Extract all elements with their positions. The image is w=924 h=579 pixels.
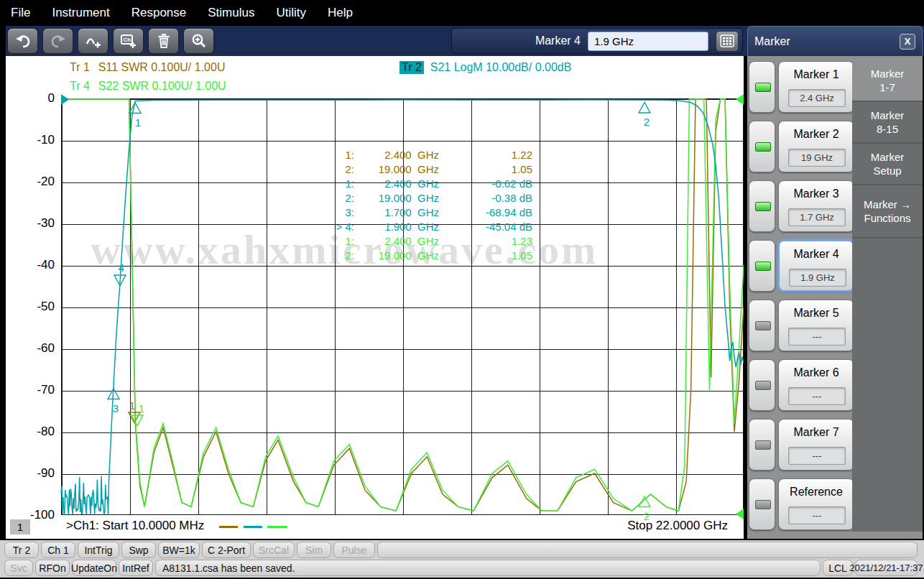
- marker-7-toggle[interactable]: [749, 419, 775, 471]
- redo-icon: [49, 32, 68, 50]
- status-rf-button[interactable]: RFOn: [35, 560, 70, 576]
- status-bandwidth-button[interactable]: BW=1k: [158, 542, 200, 558]
- y-axis-tick: -40: [6, 258, 55, 272]
- delete-button[interactable]: [148, 28, 179, 54]
- tab-marker-functions[interactable]: Marker → Functions: [852, 185, 923, 238]
- status-pulse-button: Pulse: [333, 542, 375, 558]
- menu-response[interactable]: Response: [121, 6, 198, 20]
- channel-number-badge[interactable]: 1: [10, 519, 30, 534]
- status-update-button[interactable]: UpdateOn: [72, 560, 116, 576]
- measurement-screen: Tr 1 S11 SWR 0.100U/ 1.00U Tr 2 S21 LogM…: [6, 56, 744, 539]
- sweep-start-label: >Ch1: Start 10.0000 MHz: [66, 519, 204, 533]
- marker-7-value: ---: [788, 447, 846, 465]
- marker-4-button[interactable]: Marker 41.9 GHz: [778, 240, 854, 292]
- status-trace-button[interactable]: Tr 2: [4, 542, 39, 558]
- y-axis-tick: -90: [6, 466, 55, 481]
- marker-1-row: Marker 12.4 GHz: [749, 61, 855, 113]
- status-svc-button: Svc: [4, 560, 33, 576]
- marker-panel: Marker 12.4 GHz Marker 219 GHz Marker 31…: [747, 56, 923, 539]
- marker-6-button[interactable]: Marker 6---: [778, 359, 854, 411]
- led-off-indicator: [755, 381, 771, 390]
- menu-utility[interactable]: Utility: [265, 6, 317, 20]
- y-axis-tick: 0: [6, 91, 55, 106]
- menu-help[interactable]: Help: [317, 6, 364, 20]
- led-on-indicator: [755, 142, 771, 152]
- status-srccal-button: SrcCal: [253, 542, 295, 558]
- ref-level-indicator-tr2: [61, 94, 69, 105]
- readout-row: 2:19.000 GHz-0.38 dB: [325, 191, 532, 205]
- lcl-button[interactable]: LCL: [823, 560, 853, 576]
- datetime-display: 2021/12/21-17:37: [855, 560, 918, 576]
- marker-3-button[interactable]: Marker 31.7 GHz: [778, 180, 854, 232]
- keypad-icon: [720, 34, 734, 47]
- y-axis-tick: -50: [6, 300, 55, 314]
- trace-label-tr1[interactable]: Tr 1 S11 SWR 0.100U/ 1.00U: [68, 61, 225, 74]
- status-ref-button[interactable]: IntRef: [119, 560, 153, 576]
- marker-readout: 1:2.400 GHz1.22 2:19.000 GHz1.05 1:2.400…: [325, 148, 532, 263]
- y-axis-tick: -10: [6, 133, 55, 147]
- marker-frequency-input[interactable]: [588, 32, 708, 51]
- marker-1-button[interactable]: Marker 12.4 GHz: [778, 61, 854, 113]
- trace-label-tr2[interactable]: Tr 2 S21 LogM 10.00dB/ 0.00dB: [399, 61, 571, 74]
- trace-label-tr4[interactable]: Tr 4 S22 SWR 0.100U/ 1.00U: [68, 80, 226, 93]
- status-trigger-button[interactable]: IntTrig: [78, 542, 119, 558]
- marker-stimulus-bar: Marker 4: [451, 28, 743, 54]
- keypad-button[interactable]: [716, 31, 739, 52]
- undo-button[interactable]: [7, 28, 38, 54]
- trace-desc-tr2: S21 LogM 10.00dB/ 0.00dB: [430, 61, 572, 73]
- trace-chip-tr2-active: Tr 2: [399, 61, 424, 74]
- add-trace-button[interactable]: [78, 28, 108, 54]
- svg-text:3: 3: [113, 402, 119, 414]
- reference-toggle[interactable]: [749, 478, 775, 530]
- zoom-button[interactable]: [183, 28, 214, 54]
- marker-3-toggle[interactable]: [749, 180, 775, 232]
- marker-5-button[interactable]: Marker 5---: [778, 300, 854, 351]
- menu-file[interactable]: File: [0, 6, 41, 20]
- tab-marker-8-15[interactable]: Marker 8-15: [852, 102, 923, 144]
- led-on-indicator: [755, 202, 771, 211]
- marker-pill-label: Marker 4: [535, 34, 581, 47]
- vna-application-window: File Instrument Response Stimulus Utilit…: [0, 0, 924, 579]
- readout-row: 1:2.400 GHz1.22: [325, 148, 532, 162]
- led-off-indicator: [755, 440, 771, 450]
- svg-text:1: 1: [139, 402, 144, 414]
- y-axis-tick: -20: [6, 175, 55, 189]
- y-axis-tick: -70: [6, 383, 55, 397]
- legend-dash-tr1: [219, 526, 238, 528]
- status-channel-button[interactable]: Ch 1: [41, 542, 75, 558]
- status-cal-button[interactable]: C 2-Port: [202, 542, 251, 558]
- sweep-stop-label: Stop 22.0000 GHz: [627, 519, 728, 533]
- marker-2-toggle[interactable]: [749, 121, 775, 172]
- reference-button[interactable]: Reference---: [778, 478, 854, 530]
- marker-panel-header: Marker X: [747, 26, 923, 56]
- redo-button[interactable]: [42, 28, 73, 54]
- undo-icon: [14, 32, 32, 50]
- add-channel-button[interactable]: Ch: [113, 28, 144, 54]
- tab-marker-1-7[interactable]: Marker 1-7: [852, 60, 923, 102]
- marker-panel-title: Marker: [754, 35, 790, 48]
- y-axis-tick: -60: [6, 341, 55, 356]
- tab-marker-setup[interactable]: Marker Setup: [852, 144, 923, 185]
- marker-6-toggle[interactable]: [749, 359, 775, 411]
- close-icon[interactable]: X: [900, 34, 915, 50]
- trash-icon: [154, 32, 173, 50]
- marker-3-value: 1.7 GHz: [788, 208, 846, 226]
- marker-6-row: Marker 6---: [749, 359, 855, 411]
- status-sweep-button[interactable]: Swp: [121, 542, 156, 558]
- marker-2-button[interactable]: Marker 219 GHz: [778, 121, 854, 172]
- marker-7-button[interactable]: Marker 7---: [778, 419, 854, 471]
- readout-row: 2:19.000 GHz1.05: [325, 162, 532, 177]
- reference-row: Reference---: [749, 478, 855, 530]
- marker-6-value: ---: [788, 387, 846, 405]
- menu-stimulus[interactable]: Stimulus: [197, 6, 265, 20]
- marker-1-toggle[interactable]: [749, 61, 775, 113]
- menu-instrument[interactable]: Instrument: [41, 6, 120, 20]
- menu-bar: File Instrument Response Stimulus Utilit…: [0, 0, 924, 26]
- marker-1-value: 2.4 GHz: [788, 89, 846, 107]
- trace-chip-tr1: Tr 1: [68, 61, 92, 74]
- status-row-2: Svc RFOn UpdateOn IntRef A8131.1.csa has…: [4, 560, 918, 576]
- marker-5-toggle[interactable]: [749, 300, 775, 351]
- readout-row-active: > 4:1.900 GHz-45.04 dB: [325, 220, 532, 234]
- marker-4-toggle[interactable]: [749, 240, 775, 292]
- marker-7-row: Marker 7---: [749, 419, 855, 471]
